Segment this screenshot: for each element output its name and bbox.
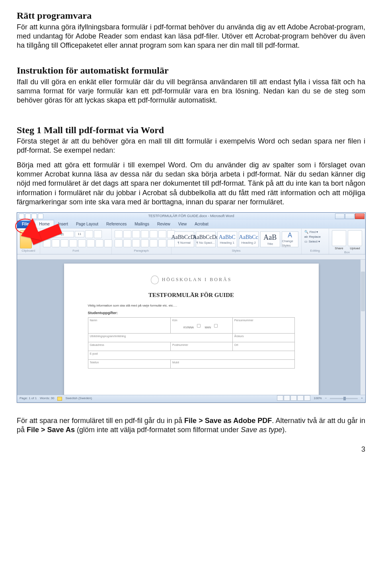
select-icon: ▭ <box>304 240 308 244</box>
document-page: HÖGSKOLAN I BORÅS TESTFORMULÄR FÖR GUIDE… <box>64 264 319 395</box>
indent-inc-icon[interactable] <box>150 230 158 238</box>
page-number: 3 <box>17 445 365 454</box>
align-right-icon[interactable] <box>132 239 140 247</box>
underline-icon[interactable] <box>60 239 68 247</box>
heading-steg1: Steg 1 Mall till pdf-format via Word <box>17 124 365 136</box>
share-button[interactable] <box>332 230 346 246</box>
group-font: Font <box>43 249 109 253</box>
ribbon: Clipboard Calibri (Body) 11 <box>17 228 365 254</box>
vertical-scrollbar[interactable] <box>361 260 365 395</box>
save-icon <box>25 213 31 219</box>
sort-icon[interactable] <box>158 230 166 238</box>
indent-dec-icon[interactable] <box>141 230 149 238</box>
status-words: Words: 30 <box>40 396 54 400</box>
paragraph: Ifall du vill göra en enkät eller formul… <box>17 78 365 105</box>
ribbon-tabs: File Home Insert Page Layout References … <box>17 220 365 228</box>
line-spacing-icon[interactable] <box>150 239 158 247</box>
heading-instruktion: Instruktion för automatiskt formulär <box>17 64 365 77</box>
tab-references[interactable]: References <box>102 220 131 228</box>
tab-page-layout[interactable]: Page Layout <box>72 220 102 228</box>
word-icon <box>19 213 24 219</box>
grow-font-icon[interactable] <box>85 230 93 238</box>
tab-review[interactable]: Review <box>153 220 174 228</box>
status-zoom: 100% <box>314 396 322 400</box>
style-normal[interactable]: AaBbCcDc¶ Normal <box>174 231 194 247</box>
school-emblem-icon <box>151 276 159 284</box>
bullets-icon[interactable] <box>115 230 123 238</box>
view-buttons[interactable] <box>277 395 310 402</box>
word-statusbar: Page: 1 of 1 Words: 30 Swedish (Sweden) … <box>17 395 365 402</box>
italic-icon[interactable] <box>52 239 60 247</box>
word-screenshot: TESTFORMULÄR FÖR GUIDE.docx - Microsoft … <box>17 212 366 403</box>
checkbox-kvinna[interactable] <box>197 324 201 328</box>
font-size-select[interactable]: 11 <box>75 231 84 237</box>
upload-label: Upload <box>350 246 360 250</box>
find-button[interactable]: 🔍Find ▾ <box>304 230 318 234</box>
form-subheading: Studentuppgifter: <box>88 311 295 316</box>
sup-icon[interactable] <box>87 239 95 247</box>
ruler <box>17 254 365 260</box>
zoom-slider[interactable] <box>330 398 358 399</box>
document-area: HÖGSKOLAN I BORÅS TESTFORMULÄR FÖR GUIDE… <box>17 260 365 395</box>
bold-text: File > Save as Adobe PDF <box>184 417 272 425</box>
school-name: HÖGSKOLAN I BORÅS <box>162 277 232 283</box>
heading-ratt-programvara: Rätt programvara <box>17 10 365 22</box>
upload-button[interactable] <box>348 230 362 246</box>
change-styles-button[interactable]: AChange Styles <box>282 231 298 247</box>
replace-button[interactable]: abReplace <box>304 235 321 239</box>
font-color-icon[interactable] <box>104 239 112 247</box>
window-buttons <box>335 213 364 219</box>
style-nospacing[interactable]: AaBbCcDc¶ No Spaci... <box>196 231 216 247</box>
tab-mailings[interactable]: Mailings <box>131 220 153 228</box>
justify-icon[interactable] <box>141 239 149 247</box>
group-box: Box <box>332 250 362 254</box>
group-editing: Editing <box>304 249 326 253</box>
multilevel-icon[interactable] <box>132 230 140 238</box>
group-paragraph: Paragraph <box>115 249 168 253</box>
find-icon: 🔍 <box>304 230 308 234</box>
align-left-icon[interactable] <box>115 239 123 247</box>
align-center-icon[interactable] <box>123 239 131 247</box>
style-heading2[interactable]: AaBbCcHeading 2 <box>239 231 259 247</box>
tab-view[interactable]: View <box>174 220 191 228</box>
replace-icon: ab <box>304 235 308 239</box>
bold-text: File > Save As <box>27 426 75 434</box>
group-styles: Styles <box>174 249 298 253</box>
highlight-icon[interactable] <box>96 239 103 247</box>
paragraph: För att spara ner formuläret till en pdf… <box>17 416 365 435</box>
form-info: Viktig information som ska stå med på va… <box>88 304 295 308</box>
form-table: Namn Kön KVINNA MAN Personnummer Utbildn… <box>88 317 295 369</box>
paragraph: För att kunna göra ifyllningsbara formul… <box>17 23 365 50</box>
paragraph: Första steget är att du behöver göra en … <box>17 137 365 155</box>
strike-icon[interactable] <box>69 239 77 247</box>
redo-icon <box>38 213 43 219</box>
style-title[interactable]: AaBTitle <box>260 231 280 247</box>
shrink-font-icon[interactable] <box>94 230 102 238</box>
status-language: Swedish (Sweden) <box>65 396 92 400</box>
sub-icon[interactable] <box>78 239 86 247</box>
language-flag-icon <box>57 397 62 401</box>
word-window-title: TESTFORMULÄR FÖR GUIDE.docx - Microsoft … <box>148 214 234 219</box>
italic-text: Save as type <box>241 426 282 434</box>
tab-acrobat[interactable]: Acrobat <box>191 220 212 228</box>
style-heading1[interactable]: AaBbCHeading 1 <box>217 231 237 247</box>
status-page: Page: 1 of 1 <box>19 396 37 400</box>
minimize-icon <box>335 213 345 219</box>
select-button[interactable]: ▭Select ▾ <box>304 240 320 244</box>
form-title: TESTFORMULÄR FÖR GUIDE <box>88 291 295 299</box>
close-icon <box>355 213 364 219</box>
word-titlebar: TESTFORMULÄR FÖR GUIDE.docx - Microsoft … <box>17 213 365 220</box>
share-label: Share <box>335 246 343 250</box>
group-clipboard: Clipboard <box>20 249 37 253</box>
quick-access-toolbar <box>19 213 43 219</box>
shading-icon[interactable] <box>158 239 166 247</box>
checkbox-man[interactable] <box>214 324 218 328</box>
paragraph: Börja med att göra ett formulär i till e… <box>17 161 365 206</box>
maximize-icon <box>345 213 355 219</box>
numbering-icon[interactable] <box>123 230 131 238</box>
